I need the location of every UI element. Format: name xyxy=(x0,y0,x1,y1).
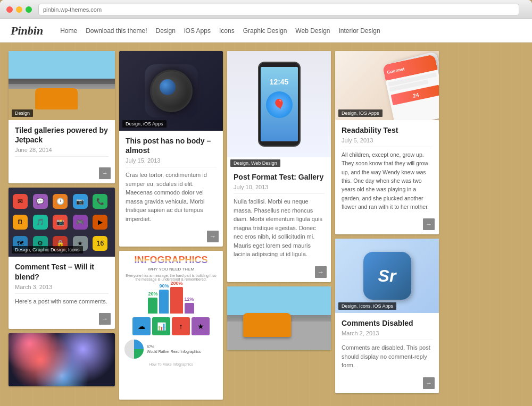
minimize-button[interactable] xyxy=(16,6,22,13)
infographic-subtitle1: WHY YOU NEED THEM xyxy=(148,267,194,272)
site-nav: Home Download this theme! Design iOS App… xyxy=(56,27,384,35)
app-icon: 📞 xyxy=(93,194,107,209)
column-4: Gourmet 24 De xyxy=(335,51,439,400)
card-body: Post Format Test: Gallery July 10, 2013 … xyxy=(227,167,331,264)
nav-webdesign[interactable]: Web Design xyxy=(291,27,334,35)
inf-icon-up: ↑ xyxy=(172,317,190,335)
card-infographic[interactable]: INFOGRAPHICS WHY YOU NEED THEM Everyone … xyxy=(119,251,223,400)
inf-footer: How To Make Infographics xyxy=(149,362,193,366)
pie-desc: Would Rather Read Infographics xyxy=(147,349,201,354)
inf-icon-star: ★ xyxy=(192,317,210,335)
camera-app-bg xyxy=(145,64,198,117)
infographic-bars: 20% 90% 200% xyxy=(148,284,194,314)
pie-svg xyxy=(123,339,145,360)
phone-screen: 12:45 🎈 xyxy=(261,67,298,141)
address-bar[interactable]: pinbin.wp-themes.com xyxy=(38,4,519,15)
app-icon: 🎮 xyxy=(73,215,88,230)
card-body: Comments Disabled March 2, 2013 Comments… xyxy=(335,313,439,375)
card-comments-disabled[interactable]: Sr Design, Icons, iOS Apps Comments Disa… xyxy=(335,239,439,393)
card-image xyxy=(227,286,331,350)
column-1: Design Tiled galleries powered by Jetpac… xyxy=(9,51,115,400)
card-date: March 3, 2013 xyxy=(15,284,109,294)
card-body: Comment Test – Will it blend? March 3, 2… xyxy=(9,257,115,311)
pie-chart xyxy=(123,339,145,360)
traffic-lights xyxy=(6,6,32,13)
browser-titlebar: pinbin.wp-themes.com xyxy=(0,0,532,19)
card-comment-test[interactable]: ✉ 💬 🕐 📷 📞 🗓 🎵 📸 🎮 ▶ 🗺 ⚙ xyxy=(9,188,115,329)
app-icon: 🗓 xyxy=(13,215,28,230)
card-tiled-galleries[interactable]: Design Tiled galleries powered by Jetpac… xyxy=(9,51,115,183)
phone-mockup: 12:45 🎈 xyxy=(258,62,301,147)
card-category-overlay: Design, Graphic Design, Icons xyxy=(12,246,83,253)
arrow-button[interactable]: → xyxy=(423,377,435,389)
card-readability[interactable]: Gourmet 24 De xyxy=(335,51,439,234)
card-image xyxy=(119,51,223,131)
card-image-wrapper: Design xyxy=(9,51,115,120)
card-no-body[interactable]: Design, iOS Apps This post has no body –… xyxy=(119,51,223,247)
bar-label: 200% xyxy=(170,281,182,286)
card-image-wrapper: ✉ 💬 🕐 📷 📞 🗓 🎵 📸 🎮 ▶ 🗺 ⚙ xyxy=(9,188,115,257)
bar-fill xyxy=(185,303,194,314)
card-arrow: → xyxy=(227,264,331,282)
card-image-wrapper: Design, iOS Apps xyxy=(119,51,223,131)
column-2: Design, iOS Apps This post has no body –… xyxy=(119,51,223,400)
arrow-button[interactable]: → xyxy=(99,313,111,325)
card-title: Readability Test xyxy=(342,125,433,135)
card-bus2[interactable] xyxy=(227,286,331,350)
nav-interior[interactable]: Interior Design xyxy=(335,27,385,35)
card-excerpt: Comments are disabled. This post should … xyxy=(342,343,433,370)
card-category-wrapper: Design, Web Design xyxy=(227,157,331,167)
bar-2: 90% xyxy=(159,283,169,314)
icon-row: ☁ 📊 ↑ ★ xyxy=(132,317,210,335)
card-body: This post has no body – almost July 15, … xyxy=(119,131,223,229)
arrow-button[interactable]: → xyxy=(315,266,327,278)
card-date: March 2, 2013 xyxy=(342,330,433,340)
close-button[interactable] xyxy=(6,6,13,13)
gourmet-24: 24 xyxy=(412,91,419,98)
masonry-grid: Design Tiled galleries powered by Jetpac… xyxy=(9,51,523,400)
bar-label: 12% xyxy=(185,297,194,302)
card-title: Comments Disabled xyxy=(342,318,433,328)
sr-icon: Sr xyxy=(363,252,411,300)
card-bokeh[interactable] xyxy=(9,333,115,386)
inf-icon-cloud: ☁ xyxy=(132,317,151,335)
arrow-button[interactable]: → xyxy=(423,218,435,230)
card-category-label: Design, Web Design xyxy=(230,159,280,167)
infographic-content: INFOGRAPHICS WHY YOU NEED THEM Everyone … xyxy=(119,251,223,400)
browser-window: pinbin.wp-themes.com Pinbin Home Downloa… xyxy=(0,0,532,406)
card-category-overlay: Design xyxy=(12,109,33,117)
card-date: July 5, 2013 xyxy=(342,137,433,147)
pie-row: 87% Would Rather Read Infographics xyxy=(123,339,219,360)
nav-icons[interactable]: Icons xyxy=(215,27,239,35)
card-category-overlay: Design, iOS Apps xyxy=(122,120,167,128)
nav-download[interactable]: Download this theme! xyxy=(81,27,151,35)
nav-design[interactable]: Design xyxy=(152,27,180,35)
bar-fill xyxy=(148,298,157,314)
nav-ios[interactable]: iOS Apps xyxy=(180,27,215,35)
app-icon: 16 xyxy=(93,236,107,251)
card-excerpt: Cras leo tortor, condimentum id semper e… xyxy=(126,171,217,223)
card-image-wrapper: Sr Design, Icons, iOS Apps xyxy=(335,239,439,313)
nav-home[interactable]: Home xyxy=(56,27,81,35)
app-icon: 🕐 xyxy=(53,194,68,209)
phone-time: 12:45 xyxy=(270,78,289,86)
site-header: Pinbin Home Download this theme! Design … xyxy=(0,19,532,43)
card-post-gallery[interactable]: 12:45 🎈 Design, Web Design Post Format T… xyxy=(227,51,331,282)
card-arrow: → xyxy=(335,375,439,393)
arrow-button[interactable]: → xyxy=(99,167,111,179)
bar-4: 12% xyxy=(185,297,194,314)
arrow-button[interactable]: → xyxy=(207,231,219,242)
app-icon: 💬 xyxy=(33,194,48,209)
card-image xyxy=(9,333,115,386)
bar-label: 20% xyxy=(148,291,157,297)
card-body: Tiled galleries powered by Jetpack June … xyxy=(9,120,115,165)
maximize-button[interactable] xyxy=(26,6,32,13)
site-logo[interactable]: Pinbin xyxy=(11,24,43,38)
card-image: 12:45 🎈 xyxy=(227,51,331,157)
card-date: July 15, 2013 xyxy=(126,157,217,167)
card-category-overlay: Design, Icons, iOS Apps xyxy=(338,302,396,310)
nav-graphic[interactable]: Graphic Design xyxy=(239,27,292,35)
card-image-wrapper: Gourmet 24 De xyxy=(335,51,439,120)
bar-3: 200% xyxy=(170,281,182,314)
app-icon: ✉ xyxy=(13,194,28,209)
